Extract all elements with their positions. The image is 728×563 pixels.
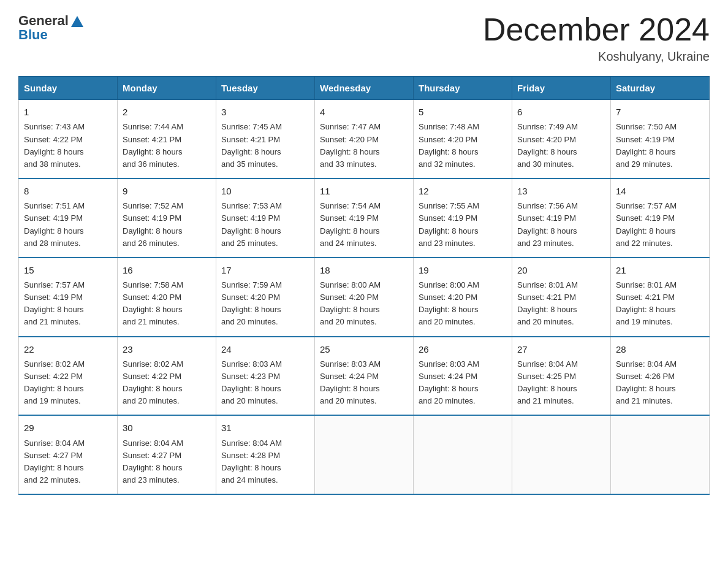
day-number: 7 <box>616 105 704 119</box>
day-number: 21 <box>616 263 704 277</box>
day-info: Sunrise: 7:56 AM Sunset: 4:19 PM Dayligh… <box>517 200 605 250</box>
calendar-table: Sunday Monday Tuesday Wednesday Thursday… <box>18 76 710 495</box>
table-row: 14Sunrise: 7:57 AM Sunset: 4:19 PM Dayli… <box>611 178 710 258</box>
month-title: December 2024 <box>483 12 710 47</box>
day-number: 3 <box>221 105 309 119</box>
header-thursday: Thursday <box>414 77 512 100</box>
table-row <box>414 415 512 494</box>
day-info: Sunrise: 7:54 AM Sunset: 4:19 PM Dayligh… <box>320 200 408 250</box>
table-row: 31Sunrise: 8:04 AM Sunset: 4:28 PM Dayli… <box>216 415 315 494</box>
day-info: Sunrise: 7:53 AM Sunset: 4:19 PM Dayligh… <box>221 200 309 250</box>
table-row: 23Sunrise: 8:02 AM Sunset: 4:22 PM Dayli… <box>118 337 216 416</box>
table-row <box>512 415 611 494</box>
day-info: Sunrise: 7:55 AM Sunset: 4:19 PM Dayligh… <box>419 200 507 250</box>
day-number: 13 <box>517 184 605 198</box>
header-friday: Friday <box>512 77 611 100</box>
header-saturday: Saturday <box>611 77 710 100</box>
day-number: 12 <box>419 184 507 198</box>
day-number: 14 <box>616 184 704 198</box>
table-row: 4Sunrise: 7:47 AM Sunset: 4:20 PM Daylig… <box>315 100 414 178</box>
svg-marker-0 <box>71 16 83 27</box>
table-row: 27Sunrise: 8:04 AM Sunset: 4:25 PM Dayli… <box>512 337 611 416</box>
table-row: 29Sunrise: 8:04 AM Sunset: 4:27 PM Dayli… <box>19 415 118 494</box>
table-row: 11Sunrise: 7:54 AM Sunset: 4:19 PM Dayli… <box>315 178 414 258</box>
day-number: 24 <box>221 342 309 356</box>
location-title: Koshulyany, Ukraine <box>483 50 710 64</box>
day-info: Sunrise: 7:51 AM Sunset: 4:19 PM Dayligh… <box>24 200 112 250</box>
logo-blue: Blue <box>18 27 86 43</box>
day-number: 19 <box>419 263 507 277</box>
table-row: 6Sunrise: 7:49 AM Sunset: 4:20 PM Daylig… <box>512 100 611 178</box>
day-info: Sunrise: 7:43 AM Sunset: 4:22 PM Dayligh… <box>24 121 112 170</box>
table-row: 15Sunrise: 7:57 AM Sunset: 4:19 PM Dayli… <box>19 258 118 337</box>
table-row: 13Sunrise: 7:56 AM Sunset: 4:19 PM Dayli… <box>512 178 611 258</box>
day-info: Sunrise: 8:03 AM Sunset: 4:24 PM Dayligh… <box>419 358 507 408</box>
table-row: 21Sunrise: 8:01 AM Sunset: 4:21 PM Dayli… <box>611 258 710 337</box>
day-info: Sunrise: 8:03 AM Sunset: 4:24 PM Dayligh… <box>320 358 408 408</box>
table-row: 12Sunrise: 7:55 AM Sunset: 4:19 PM Dayli… <box>414 178 512 258</box>
table-row: 24Sunrise: 8:03 AM Sunset: 4:23 PM Dayli… <box>216 337 315 416</box>
day-info: Sunrise: 8:02 AM Sunset: 4:22 PM Dayligh… <box>24 358 112 408</box>
table-row: 20Sunrise: 8:01 AM Sunset: 4:21 PM Dayli… <box>512 258 611 337</box>
day-info: Sunrise: 7:48 AM Sunset: 4:20 PM Dayligh… <box>419 121 507 170</box>
calendar-week-row: 8Sunrise: 7:51 AM Sunset: 4:19 PM Daylig… <box>19 178 710 258</box>
day-info: Sunrise: 8:04 AM Sunset: 4:27 PM Dayligh… <box>123 437 211 487</box>
day-info: Sunrise: 8:04 AM Sunset: 4:27 PM Dayligh… <box>24 437 112 487</box>
day-number: 9 <box>123 184 211 198</box>
day-info: Sunrise: 7:45 AM Sunset: 4:21 PM Dayligh… <box>221 121 309 170</box>
day-info: Sunrise: 8:04 AM Sunset: 4:28 PM Dayligh… <box>221 437 309 487</box>
day-number: 29 <box>24 421 112 435</box>
logo: General Blue <box>18 12 86 43</box>
day-number: 1 <box>24 105 112 119</box>
table-row: 2Sunrise: 7:44 AM Sunset: 4:21 PM Daylig… <box>118 100 216 178</box>
day-number: 16 <box>123 263 211 277</box>
day-info: Sunrise: 7:47 AM Sunset: 4:20 PM Dayligh… <box>320 121 408 170</box>
header-sunday: Sunday <box>19 77 118 100</box>
day-number: 5 <box>419 105 507 119</box>
table-row: 19Sunrise: 8:00 AM Sunset: 4:20 PM Dayli… <box>414 258 512 337</box>
table-row: 8Sunrise: 7:51 AM Sunset: 4:19 PM Daylig… <box>19 178 118 258</box>
table-row: 1Sunrise: 7:43 AM Sunset: 4:22 PM Daylig… <box>19 100 118 178</box>
day-number: 15 <box>24 263 112 277</box>
table-row: 25Sunrise: 8:03 AM Sunset: 4:24 PM Dayli… <box>315 337 414 416</box>
day-info: Sunrise: 8:01 AM Sunset: 4:21 PM Dayligh… <box>616 279 704 329</box>
day-info: Sunrise: 7:52 AM Sunset: 4:19 PM Dayligh… <box>123 200 211 250</box>
day-number: 28 <box>616 342 704 356</box>
day-info: Sunrise: 8:04 AM Sunset: 4:26 PM Dayligh… <box>616 358 704 408</box>
table-row <box>611 415 710 494</box>
day-number: 22 <box>24 342 112 356</box>
day-info: Sunrise: 7:44 AM Sunset: 4:21 PM Dayligh… <box>123 121 211 170</box>
day-info: Sunrise: 7:57 AM Sunset: 4:19 PM Dayligh… <box>616 200 704 250</box>
day-info: Sunrise: 8:01 AM Sunset: 4:21 PM Dayligh… <box>517 279 605 329</box>
table-row: 18Sunrise: 8:00 AM Sunset: 4:20 PM Dayli… <box>315 258 414 337</box>
day-number: 2 <box>123 105 211 119</box>
header-monday: Monday <box>118 77 216 100</box>
day-number: 31 <box>221 421 309 435</box>
day-number: 8 <box>24 184 112 198</box>
table-row: 17Sunrise: 7:59 AM Sunset: 4:20 PM Dayli… <box>216 258 315 337</box>
day-number: 26 <box>419 342 507 356</box>
day-number: 10 <box>221 184 309 198</box>
day-info: Sunrise: 8:00 AM Sunset: 4:20 PM Dayligh… <box>320 279 408 329</box>
day-number: 20 <box>517 263 605 277</box>
day-info: Sunrise: 7:49 AM Sunset: 4:20 PM Dayligh… <box>517 121 605 170</box>
table-row: 22Sunrise: 8:02 AM Sunset: 4:22 PM Dayli… <box>19 337 118 416</box>
day-info: Sunrise: 8:00 AM Sunset: 4:20 PM Dayligh… <box>419 279 507 329</box>
day-info: Sunrise: 8:04 AM Sunset: 4:25 PM Dayligh… <box>517 358 605 408</box>
day-info: Sunrise: 7:57 AM Sunset: 4:19 PM Dayligh… <box>24 279 112 329</box>
table-row: 26Sunrise: 8:03 AM Sunset: 4:24 PM Dayli… <box>414 337 512 416</box>
day-number: 23 <box>123 342 211 356</box>
day-number: 25 <box>320 342 408 356</box>
day-number: 17 <box>221 263 309 277</box>
title-block: December 2024 Koshulyany, Ukraine <box>483 12 710 64</box>
day-info: Sunrise: 7:59 AM Sunset: 4:20 PM Dayligh… <box>221 279 309 329</box>
table-row: 3Sunrise: 7:45 AM Sunset: 4:21 PM Daylig… <box>216 100 315 178</box>
day-number: 11 <box>320 184 408 198</box>
day-number: 30 <box>123 421 211 435</box>
table-row <box>315 415 414 494</box>
header-tuesday: Tuesday <box>216 77 315 100</box>
day-info: Sunrise: 7:50 AM Sunset: 4:19 PM Dayligh… <box>616 121 704 170</box>
day-info: Sunrise: 8:03 AM Sunset: 4:23 PM Dayligh… <box>221 358 309 408</box>
header-wednesday: Wednesday <box>315 77 414 100</box>
table-row: 7Sunrise: 7:50 AM Sunset: 4:19 PM Daylig… <box>611 100 710 178</box>
